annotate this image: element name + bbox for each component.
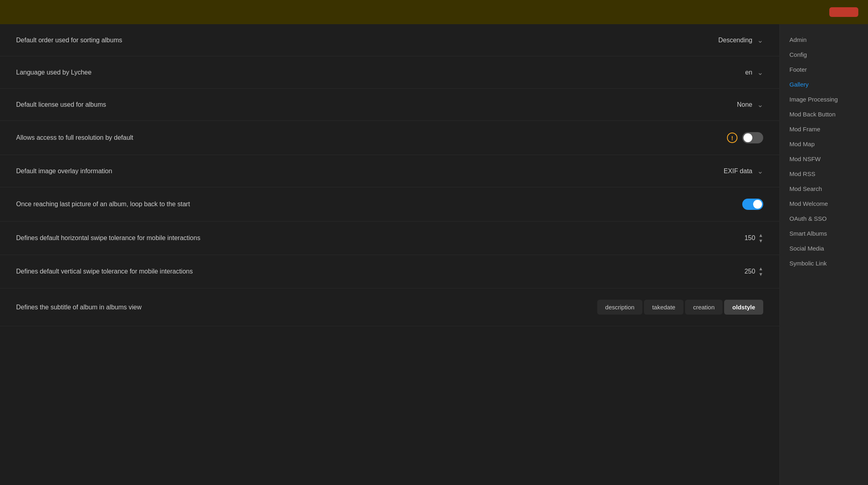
- setting-row-subtitle: Defines the subtitle of album in albums …: [0, 288, 779, 326]
- stepper-horiz-swipe: 150▲▼: [739, 233, 763, 243]
- dropdown-value-license: None: [737, 101, 752, 108]
- setting-label-full-resolution: Allows access to full resolution by defa…: [16, 134, 298, 141]
- sidebar: AdminConfigFooterGalleryImage Processing…: [779, 24, 868, 485]
- stepper-down-horiz-swipe[interactable]: ▼: [758, 238, 763, 243]
- setting-row-language: Language used by Lycheeen⌄: [0, 56, 779, 89]
- stepper-up-horiz-swipe[interactable]: ▲: [758, 233, 763, 238]
- sidebar-item-image-processing[interactable]: Image Processing: [780, 92, 868, 107]
- toggle-knob-loop-back: [753, 200, 762, 209]
- sidebar-item-mod-search[interactable]: Mod Search: [780, 181, 868, 196]
- sidebar-item-oauth-sso[interactable]: OAuth & SSO: [780, 211, 868, 226]
- setting-label-image-overlay: Default image overlay information: [16, 168, 298, 175]
- sidebar-item-mod-frame[interactable]: Mod Frame: [780, 122, 868, 137]
- save-button[interactable]: [829, 7, 858, 17]
- top-bar: [0, 0, 868, 24]
- setting-control-license: None⌄: [737, 100, 763, 109]
- chevron-down-icon-image-overlay: ⌄: [757, 167, 763, 176]
- dropdown-value-image-overlay: EXIF data: [724, 168, 752, 175]
- toggle-slider-loop-back: [742, 199, 763, 210]
- stepper-value-vert-swipe: 250: [739, 268, 755, 275]
- setting-label-vert-swipe: Defines default vertical swipe tolerance…: [16, 268, 298, 275]
- dropdown-value-sort-order: Descending: [718, 37, 753, 44]
- dropdown-sort-order[interactable]: Descending⌄: [718, 36, 764, 45]
- dropdown-value-language: en: [745, 69, 752, 76]
- setting-row-image-overlay: Default image overlay informationEXIF da…: [0, 155, 779, 187]
- chevron-down-icon-sort-order: ⌄: [757, 36, 763, 45]
- chevron-down-icon-language: ⌄: [757, 68, 763, 77]
- setting-label-horiz-swipe: Defines default horizontal swipe toleran…: [16, 234, 298, 242]
- setting-label-license: Default license used for albums: [16, 101, 298, 108]
- stepper-down-vert-swipe[interactable]: ▼: [758, 272, 763, 277]
- setting-row-vert-swipe: Defines default vertical swipe tolerance…: [0, 255, 779, 288]
- main-layout: Default order used for sorting albumsDes…: [0, 24, 868, 485]
- setting-control-image-overlay: EXIF data⌄: [724, 167, 763, 176]
- setting-row-full-resolution: Allows access to full resolution by defa…: [0, 121, 779, 155]
- subtitle-option-creation[interactable]: creation: [685, 300, 723, 315]
- sidebar-item-config[interactable]: Config: [780, 47, 868, 62]
- setting-row-license: Default license used for albumsNone⌄: [0, 89, 779, 121]
- setting-control-language: en⌄: [745, 68, 763, 77]
- setting-control-sort-order: Descending⌄: [718, 36, 764, 45]
- warning-icon-full-resolution: !: [727, 133, 737, 143]
- stepper-up-vert-swipe[interactable]: ▲: [758, 266, 763, 271]
- sidebar-item-footer[interactable]: Footer: [780, 62, 868, 77]
- stepper-vert-swipe: 250▲▼: [739, 266, 763, 277]
- subtitle-option-takedate[interactable]: takedate: [644, 300, 683, 315]
- setting-row-horiz-swipe: Defines default horizontal swipe toleran…: [0, 222, 779, 255]
- toggle-slider-full-resolution: [742, 132, 763, 143]
- setting-label-language: Language used by Lychee: [16, 69, 298, 76]
- setting-row-loop-back: Once reaching last picture of an album, …: [0, 187, 779, 222]
- chevron-down-icon-license: ⌄: [757, 100, 763, 109]
- content-area: Default order used for sorting albumsDes…: [0, 24, 779, 485]
- sidebar-item-mod-nsfw[interactable]: Mod NSFW: [780, 151, 868, 166]
- sidebar-item-social-media[interactable]: Social Media: [780, 241, 868, 256]
- toggle-full-resolution[interactable]: [742, 132, 763, 143]
- dropdown-image-overlay[interactable]: EXIF data⌄: [724, 167, 763, 176]
- sidebar-item-symbolic-link[interactable]: Symbolic Link: [780, 256, 868, 271]
- setting-control-vert-swipe: 250▲▼: [739, 266, 763, 277]
- sidebar-item-mod-map[interactable]: Mod Map: [780, 137, 868, 151]
- stepper-value-horiz-swipe: 150: [739, 234, 755, 242]
- dropdown-language[interactable]: en⌄: [745, 68, 763, 77]
- sidebar-item-mod-welcome[interactable]: Mod Welcome: [780, 196, 868, 211]
- sidebar-item-gallery[interactable]: Gallery: [780, 77, 868, 92]
- setting-control-full-resolution: !: [727, 132, 763, 143]
- setting-label-loop-back: Once reaching last picture of an album, …: [16, 201, 298, 208]
- toggle-loop-back[interactable]: [742, 199, 763, 210]
- sidebar-item-smart-albums[interactable]: Smart Albums: [780, 226, 868, 241]
- toggle-knob-full-resolution: [743, 133, 752, 142]
- setting-control-loop-back: [742, 199, 763, 210]
- subtitle-options: descriptiontakedatecreationoldstyle: [597, 300, 763, 315]
- setting-label-subtitle: Defines the subtitle of album in albums …: [16, 304, 298, 311]
- setting-label-sort-order: Default order used for sorting albums: [16, 37, 298, 44]
- setting-control-horiz-swipe: 150▲▼: [739, 233, 763, 243]
- setting-control-subtitle: descriptiontakedatecreationoldstyle: [597, 300, 763, 315]
- stepper-arrows-horiz-swipe: ▲▼: [758, 233, 763, 243]
- sidebar-item-mod-rss[interactable]: Mod RSS: [780, 166, 868, 181]
- sidebar-item-mod-back-button[interactable]: Mod Back Button: [780, 107, 868, 122]
- sidebar-item-admin[interactable]: Admin: [780, 32, 868, 47]
- dropdown-license[interactable]: None⌄: [737, 100, 763, 109]
- stepper-arrows-vert-swipe: ▲▼: [758, 266, 763, 277]
- subtitle-option-oldstyle[interactable]: oldstyle: [724, 300, 763, 315]
- setting-row-sort-order: Default order used for sorting albumsDes…: [0, 24, 779, 56]
- subtitle-option-description[interactable]: description: [597, 300, 643, 315]
